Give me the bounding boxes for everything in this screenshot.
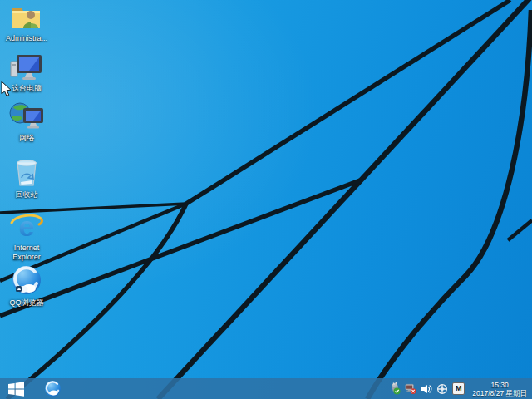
clock-date: 2017/8/27 星期日 [472,389,527,397]
safely-remove-hardware-icon[interactable] [389,382,401,396]
desktop-icon-network[interactable]: 网络 [3,103,50,143]
ime-mode-letter: M [456,385,462,392]
taskbar-qq-browser-button[interactable] [38,378,66,399]
desktop-icon-label: 网络 [19,134,34,143]
desktop: Administra... 这台电脑 [0,0,532,399]
desktop-icon-label: 这台电脑 [12,84,42,93]
network-disconnected-icon[interactable] [405,382,416,396]
network-globe-icon [8,103,45,131]
clock-time: 15:30 [472,381,527,389]
language-globe-icon[interactable] [436,382,448,396]
ime-mode-m-icon[interactable]: M [452,382,465,395]
windows-logo-icon [8,382,24,397]
desktop-icon-qq-browser[interactable]: QQ浏览器 [3,268,50,308]
qq-browser-icon [11,268,42,296]
desktop-icon-label: 回收站 [16,190,38,200]
system-tray: M 15:30 2017/8/27 星期日 [389,378,532,399]
desktop-icon-administrator[interactable]: Administra... [3,3,50,43]
desktop-icon-label: QQ浏览器 [9,298,43,308]
taskbar-clock[interactable]: 15:30 2017/8/27 星期日 [469,381,532,397]
user-folder-icon [10,3,43,32]
desktop-icon-label: Administra... [6,34,47,43]
internet-explorer-icon: e [9,213,44,241]
desktop-icon-label: Internet Explorer [3,244,50,262]
desktop-icon-internet-explorer[interactable]: e Internet Explorer [3,213,50,262]
taskbar: M 15:30 2017/8/27 星期日 [0,378,532,399]
start-button[interactable] [0,378,32,399]
desktop-icon-recycle-bin[interactable]: 回收站 [3,160,50,200]
volume-icon[interactable] [421,382,432,396]
computer-icon [8,53,45,81]
recycle-bin-icon [12,160,42,188]
qq-browser-icon [44,380,62,397]
mouse-cursor [1,81,12,97]
wallpaper-lines [0,0,532,399]
